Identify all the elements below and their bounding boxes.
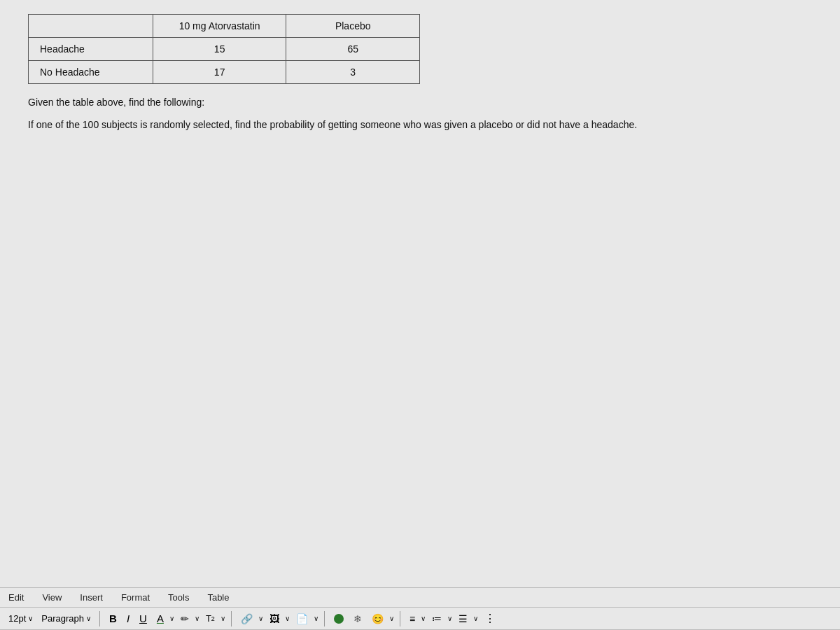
- align-group: ≡ ∨: [406, 612, 426, 626]
- table-cell-headache-atorvastatin: 15: [153, 38, 286, 61]
- link-group: 🔗 ∨: [237, 612, 263, 626]
- separator-1: [99, 611, 100, 626]
- list-bullet-group: ≔ ∨: [428, 612, 452, 626]
- separator-4: [400, 611, 400, 626]
- table-cell-noheadache-label: No Headache: [29, 61, 153, 84]
- editor-area: 10 mg Atorvastatin Placebo Headache 15 6…: [0, 0, 840, 630]
- table-header-atorvastatin: 10 mg Atorvastatin: [153, 15, 286, 38]
- emoji-group: 😊 ∨: [368, 612, 394, 626]
- list-numbered-group: ☰ ∨: [455, 612, 478, 626]
- font-size-select[interactable]: 12pt ∨: [6, 612, 36, 625]
- question-intro: Given the table above, find the followin…: [28, 95, 812, 110]
- underline-button[interactable]: U: [136, 611, 150, 626]
- highlight-chevron[interactable]: ∨: [195, 615, 200, 622]
- separator-2: [231, 611, 232, 626]
- link-button[interactable]: 🔗: [237, 612, 256, 626]
- special-button[interactable]: ❄: [350, 612, 365, 626]
- paragraph-style-value: Paragraph: [41, 613, 84, 624]
- question-detail: If one of the 100 subjects is randomly s…: [28, 117, 812, 132]
- image-button[interactable]: 🖼: [266, 612, 283, 626]
- menu-item-edit[interactable]: Edit: [6, 591, 27, 604]
- list-bullet-chevron[interactable]: ∨: [447, 615, 452, 622]
- superscript-group: T2 ∨: [202, 612, 225, 625]
- toolbar: 12pt ∨ Paragraph ∨ B I U A ∨ ✏ ∨ T2 ∨: [0, 608, 840, 630]
- menu-item-insert[interactable]: Insert: [77, 591, 106, 604]
- font-color-button[interactable]: A: [153, 611, 167, 626]
- table-cell-noheadache-placebo: 3: [286, 61, 420, 84]
- paragraph-style-chevron: ∨: [86, 615, 91, 622]
- link-chevron[interactable]: ∨: [258, 615, 263, 622]
- list-bullet-button[interactable]: ≔: [428, 612, 445, 626]
- align-button[interactable]: ≡: [406, 612, 419, 626]
- extra-right-button[interactable]: ⋮: [481, 610, 499, 626]
- paragraph-style-select[interactable]: Paragraph ∨: [38, 612, 94, 625]
- snowflake-icon: ❄: [354, 613, 362, 624]
- image-chevron[interactable]: ∨: [285, 615, 290, 622]
- table-row: No Headache 17 3: [29, 61, 420, 84]
- content-area: 10 mg Atorvastatin Placebo Headache 15 6…: [0, 0, 840, 587]
- list-numbered-button[interactable]: ☰: [455, 612, 471, 626]
- document-button[interactable]: 📄: [293, 612, 312, 626]
- menu-item-view[interactable]: View: [39, 591, 64, 604]
- align-chevron[interactable]: ∨: [421, 615, 426, 622]
- emoji-chevron[interactable]: ∨: [389, 615, 394, 622]
- superscript-chevron[interactable]: ∨: [220, 615, 225, 622]
- font-color-group: A ∨: [153, 611, 174, 626]
- font-size-chevron: ∨: [28, 615, 33, 622]
- menu-item-tools[interactable]: Tools: [165, 591, 192, 604]
- list-numbered-chevron[interactable]: ∨: [473, 615, 478, 622]
- color-indicator-button[interactable]: [330, 612, 347, 625]
- menu-item-format[interactable]: Format: [118, 591, 153, 604]
- emoji-button[interactable]: 😊: [368, 612, 387, 626]
- table-cell-headache-label: Headache: [29, 38, 153, 61]
- table-cell-noheadache-atorvastatin: 17: [153, 61, 286, 84]
- table-header-empty: [29, 15, 153, 38]
- data-table: 10 mg Atorvastatin Placebo Headache 15 6…: [28, 14, 420, 84]
- menu-bar: Edit View Insert Format Tools Table: [0, 587, 840, 608]
- bold-button[interactable]: B: [106, 611, 120, 626]
- menu-item-table[interactable]: Table: [204, 591, 232, 604]
- highlight-button[interactable]: ✏: [177, 612, 192, 626]
- italic-button[interactable]: I: [123, 611, 133, 626]
- table-row: Headache 15 65: [29, 38, 420, 61]
- color-dot-icon: [334, 614, 344, 624]
- document-group: 📄 ∨: [293, 612, 318, 626]
- font-color-chevron[interactable]: ∨: [169, 615, 174, 622]
- document-chevron[interactable]: ∨: [314, 615, 318, 622]
- superscript-button[interactable]: T2: [202, 612, 218, 625]
- separator-3: [324, 611, 325, 626]
- table-cell-headache-placebo: 65: [286, 38, 420, 61]
- table-header-placebo: Placebo: [286, 15, 420, 38]
- font-size-value: 12pt: [8, 613, 26, 624]
- highlight-group: ✏ ∨: [177, 612, 200, 626]
- image-group: 🖼 ∨: [266, 612, 290, 626]
